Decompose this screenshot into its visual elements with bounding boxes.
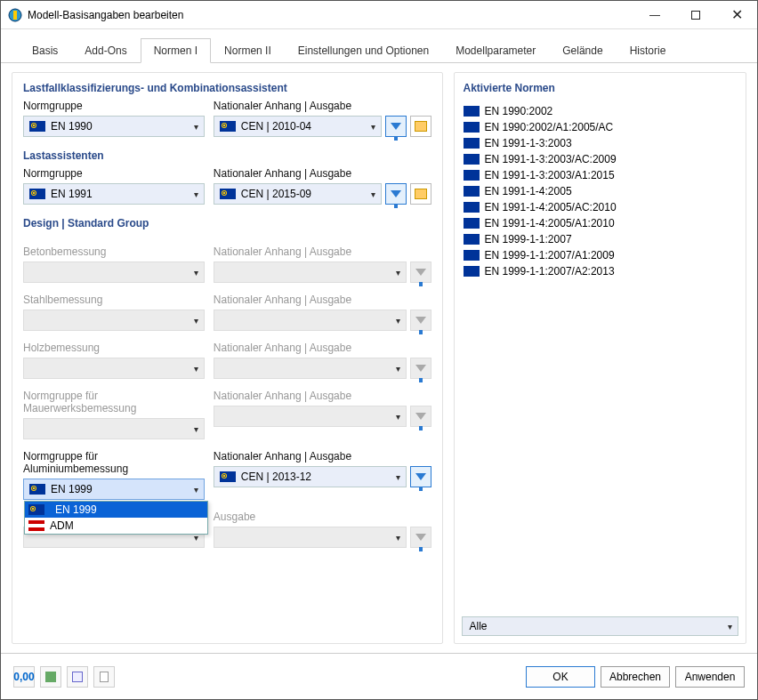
tool-units[interactable]: 0,00	[13, 666, 35, 688]
normgruppe-select-aluminium[interactable]: EN 1999 ▾ EN 1999 ADM	[23, 479, 205, 500]
eu-flag-icon	[464, 122, 480, 133]
disabled-select: ▾	[23, 261, 205, 283]
tab-basis[interactable]: Basis	[19, 38, 71, 62]
tab-modellparameter[interactable]: Modellparameter	[442, 38, 549, 62]
chevron-down-icon: ▾	[396, 316, 400, 326]
filter-button-disabled	[410, 310, 431, 331]
row-beton: Betonbemessung▾ Nationaler Anhang | Ausg…	[23, 245, 431, 283]
standard-item[interactable]: EN 1999-1-1:2007/A2:2013	[455, 263, 746, 279]
tab-gelaende[interactable]: Gelände	[549, 38, 616, 62]
tab-addons[interactable]: Add-Ons	[71, 38, 140, 62]
window-title: Modell-Basisangaben bearbeiten	[28, 9, 634, 21]
annex-select-cen-2013[interactable]: CEN | 2013-12 ▾	[214, 466, 407, 487]
copy-icon	[100, 672, 109, 682]
tool-refresh[interactable]	[40, 666, 61, 688]
annex-select-cen-2010[interactable]: CEN | 2010-04 ▾	[214, 116, 382, 137]
folder-button[interactable]	[410, 116, 431, 137]
cancel-button[interactable]: Abbrechen	[601, 666, 670, 688]
maximize-button[interactable]	[675, 2, 716, 28]
dropdown-option-en1999[interactable]: EN 1999	[25, 502, 207, 518]
close-button[interactable]: ✕	[716, 2, 757, 28]
standard-item[interactable]: EN 1991-1-3:2003	[455, 135, 746, 151]
disabled-select: ▾	[214, 261, 407, 283]
standard-item[interactable]: EN 1999-1-1:2007	[455, 231, 746, 247]
chevron-down-icon: ▾	[194, 189, 198, 199]
eu-flag-icon	[464, 106, 480, 117]
footer: 0,00 OK Abbrechen Anwenden	[1, 653, 757, 699]
us-flag-icon	[28, 520, 44, 531]
apply-button[interactable]: Anwenden	[675, 666, 745, 688]
dropdown-list: EN 1999 ADM	[24, 501, 208, 535]
filter-button[interactable]	[385, 116, 407, 137]
funnel-icon	[415, 413, 426, 420]
disabled-select: ▾	[214, 358, 407, 379]
disabled-select: ▾	[214, 406, 407, 427]
chevron-down-icon: ▾	[371, 122, 375, 132]
standard-item[interactable]: EN 1999-1-1:2007/A1:2009	[455, 247, 746, 263]
normgruppe-select-en1990[interactable]: EN 1990 ▾	[23, 116, 205, 137]
dropdown-option-adm[interactable]: ADM	[25, 518, 207, 534]
funnel-icon	[415, 269, 426, 276]
funnel-icon	[415, 365, 426, 372]
tab-bar: Basis Add-Ons Normen I Normen II Einstel…	[1, 29, 757, 63]
filter-button[interactable]	[410, 466, 431, 487]
annex-label: Nationaler Anhang | Ausgabe	[214, 100, 431, 112]
standard-item[interactable]: EN 1991-1-4:2005/AC:2010	[455, 199, 746, 215]
eu-flag-icon	[220, 121, 236, 132]
standard-item[interactable]: EN 1991-1-3:2003/A1:2015	[455, 167, 746, 183]
minimize-button[interactable]: —	[634, 2, 675, 28]
eu-flag-icon	[464, 154, 480, 165]
tool-save[interactable]	[67, 666, 88, 688]
chevron-down-icon: ▾	[194, 364, 198, 374]
filter-select-alle[interactable]: Alle ▾	[462, 616, 739, 636]
eu-flag-icon	[220, 471, 236, 482]
funnel-icon	[415, 473, 426, 480]
tab-normen-ii[interactable]: Normen II	[211, 38, 285, 62]
eu-flag-icon	[464, 234, 480, 245]
folder-button[interactable]	[410, 183, 431, 205]
activated-standards-title: Aktivierte Normen	[464, 82, 738, 94]
tab-einstellungen[interactable]: Einstellungen und Optionen	[285, 38, 442, 62]
filter-button[interactable]	[385, 183, 407, 205]
standard-item[interactable]: EN 1991-1-3:2003/AC:2009	[455, 151, 746, 167]
funnel-icon	[415, 534, 426, 541]
standard-item[interactable]: EN 1991-1-4:2005/A1:2010	[455, 215, 746, 231]
filter-button-disabled	[410, 261, 431, 283]
chevron-down-icon: ▾	[194, 485, 198, 495]
eu-flag-icon	[464, 250, 480, 261]
normgruppe-label: Normgruppe	[23, 167, 205, 180]
disabled-select: ▾	[214, 310, 407, 331]
standard-item[interactable]: EN 1990:2002/A1:2005/AC	[455, 119, 746, 135]
row-mauerwerk: Normgruppe für Mauerwerksbemessung▾ Nati…	[23, 390, 431, 439]
refresh-icon	[45, 672, 56, 682]
tool-copy[interactable]	[93, 666, 115, 688]
app-icon	[8, 8, 22, 22]
ok-button[interactable]: OK	[526, 666, 595, 688]
normgruppe-label: Normgruppe	[23, 100, 205, 112]
standard-item[interactable]: EN 1990:2002	[455, 103, 746, 119]
tab-historie[interactable]: Historie	[617, 38, 680, 62]
standards-list: EN 1990:2002EN 1990:2002/A1:2005/ACEN 19…	[455, 103, 746, 279]
chevron-down-icon: ▾	[396, 412, 400, 422]
row-holz: Holzbemessung▾ Nationaler Anhang | Ausga…	[23, 342, 431, 379]
chevron-down-icon: ▾	[396, 268, 400, 278]
funnel-icon	[391, 123, 401, 130]
funnel-icon	[415, 317, 426, 324]
section-title: Design | Standard Group	[23, 217, 431, 229]
chevron-down-icon: ▾	[396, 472, 400, 482]
standard-item[interactable]: EN 1991-1-4:2005	[455, 183, 746, 199]
eu-flag-icon	[220, 189, 236, 199]
row-aluminium: Normgruppe für Aluminiumbemessung EN 199…	[23, 450, 431, 500]
chevron-down-icon: ▾	[194, 424, 198, 434]
disabled-select: ▾	[23, 418, 205, 439]
annex-select-cen-2015[interactable]: CEN | 2015-09 ▾	[214, 183, 382, 205]
titlebar: Modell-Basisangaben bearbeiten — ✕	[1, 1, 757, 29]
tab-normen-i[interactable]: Normen I	[141, 38, 211, 63]
right-panel: Aktivierte Normen EN 1990:2002EN 1990:20…	[454, 72, 747, 644]
chevron-down-icon: ▾	[396, 533, 400, 543]
normgruppe-select-en1991[interactable]: EN 1991 ▾	[23, 183, 205, 205]
eu-flag-icon	[464, 138, 480, 149]
eu-flag-icon	[464, 186, 480, 197]
section-title: Lastfallklassifizierungs- und Kombinatio…	[23, 82, 431, 94]
funnel-icon	[391, 190, 401, 197]
